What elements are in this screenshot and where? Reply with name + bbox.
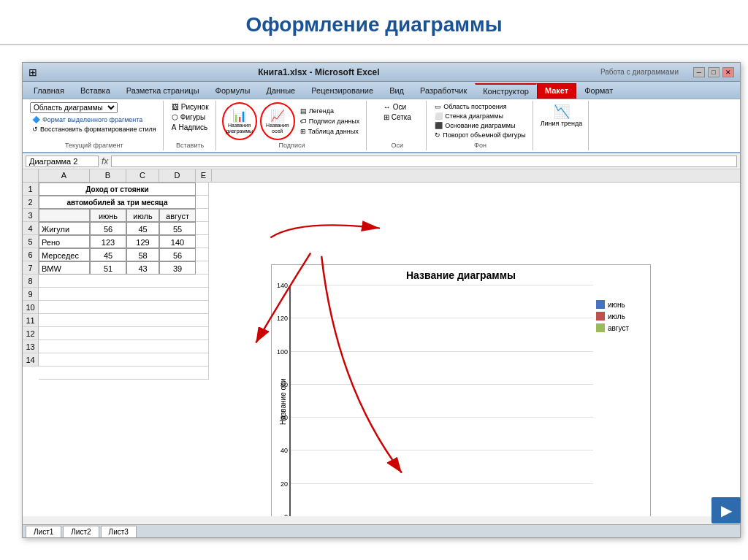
cell-d2[interactable]: август [159,209,196,222]
osnovanie-btn[interactable]: ⬛ Основание диаграммы [432,121,527,130]
tab-format[interactable]: Формат [576,83,621,99]
corner-header [23,169,39,182]
setka-icon: ⊞ [383,113,389,121]
tab-glavnaya[interactable]: Главная [26,83,72,99]
cell-e1b[interactable] [196,196,209,209]
tab-dannye[interactable]: Данные [258,83,303,99]
cell-a2[interactable] [39,209,90,222]
cell-empty9[interactable] [39,301,209,314]
figury-btn[interactable]: ⬡ Фигуры [169,112,211,122]
sheet-tab-3[interactable]: Лист3 [101,526,137,537]
rn-3: 3 [23,209,39,222]
cell-d3[interactable]: 55 [159,222,196,235]
format-vyd-btn[interactable]: 🔷 Формат выделенного фрагмента [30,115,159,124]
tab-vstavka[interactable]: Вставка [72,83,118,99]
osi-btn[interactable]: ↔ Оси [381,102,413,112]
cell-b4[interactable]: 123 [90,235,126,248]
cell-empty14[interactable] [39,367,209,380]
rn-14: 14 [23,353,39,367]
cell-c6[interactable]: 43 [126,261,159,275]
tablica-dannych-btn[interactable]: ⊞ Таблица данных [298,127,362,136]
cell-empty8[interactable] [39,288,209,301]
minimize-btn[interactable]: ─ [693,67,705,77]
oblast-postr-btn[interactable]: ▭ Область построения [432,102,527,111]
sheet-tabs: Лист1 Лист2 Лист3 [23,524,740,537]
cell-a6[interactable]: BMW [39,261,90,275]
tab-formuly[interactable]: Формулы [207,83,259,99]
row-4: Рено 123 129 140 [39,235,740,248]
cell-e2[interactable] [196,209,209,222]
group-linia: 📉 Линия тренда [535,101,589,150]
cell-empty13[interactable] [39,353,209,367]
cell-c5[interactable]: 58 [126,248,159,261]
title-cell-1[interactable]: Доход от стоянки [39,183,196,196]
nazv-diagrammy-btn[interactable]: 📊 Названиядиаграммы [222,102,257,140]
nav-arrow[interactable]: ▶ [711,497,741,523]
cell-e4[interactable] [196,235,209,248]
cell-b5[interactable]: 45 [90,248,126,261]
name-box[interactable] [26,156,99,167]
cell-d5[interactable]: 56 [159,248,196,261]
cell-e5[interactable] [196,248,209,261]
vosstanovit-label: Восстановить форматирование стиля [40,126,156,133]
cell-c2[interactable]: июль [126,209,159,222]
tick-40: 40 [280,447,288,454]
title-bar-text: Книга1.xlsx - Microsoft Excel [37,67,600,77]
cell-a3[interactable]: Жигули [39,222,90,235]
work-label: Работа с диаграммами [600,68,679,76]
cell-e3[interactable] [196,222,209,235]
risunok-btn[interactable]: 🖼 Рисунок [169,102,211,112]
cell-a4[interactable]: Рено [39,235,90,248]
stenka-btn[interactable]: ⬜ Стенка диаграммы [432,112,527,120]
vosstanovit-icon: ↺ [32,126,38,133]
nazv-osey-btn[interactable]: 📈 Названияосей [260,102,295,140]
gridline-20: 20 [291,483,593,484]
ribbon: Главная Вставка Разметка страницы Формул… [23,82,740,153]
window-controls[interactable]: ─ □ ✕ [693,67,734,77]
tab-maket[interactable]: Макет [537,83,576,99]
cell-d4[interactable]: 140 [159,235,196,248]
cell-empty7[interactable] [39,275,209,288]
cell-b3[interactable]: 56 [90,222,126,235]
povorot-btn[interactable]: ↻ Поворот объемной фигуры [432,131,527,139]
title-cell-2[interactable]: автомобилей за три месяца [39,196,196,209]
cell-b2[interactable]: июнь [90,209,126,222]
nav-arrow-icon: ▶ [721,502,732,519]
cell-e1[interactable] [196,183,209,196]
cell-c3[interactable]: 45 [126,222,159,235]
cell-empty11[interactable] [39,327,209,340]
vosstanovit-btn[interactable]: ↺ Восстановить форматирование стиля [30,125,159,134]
linia-trenda-btn[interactable]: 📉 Линия тренда [539,102,584,129]
rn-10: 10 [23,301,39,314]
col-a-header: A [39,169,90,182]
sheet-tab-1[interactable]: Лист1 [26,526,61,537]
cell-empty12[interactable] [39,340,209,353]
sheet-tab-2[interactable]: Лист2 [63,526,99,537]
oblast-p-icon: ▭ [435,103,441,110]
tab-konstruktor[interactable]: Конструктор [475,83,537,99]
cell-b6[interactable]: 51 [90,261,126,275]
oblast-select[interactable]: Область диаграммы [30,102,118,113]
cell-a5[interactable]: Мерседес [39,248,90,261]
group-podpisi: 📊 Названиядиаграммы 📈 Названияосей ▤ Лег… [218,101,367,150]
chart-area[interactable]: Название диаграммы Название оси 0 20 40 [271,264,651,516]
close-btn[interactable]: ✕ [722,67,734,77]
legenda-btn[interactable]: ▤ Легенда [298,107,362,115]
legend-color-aug [596,323,605,332]
maximize-btn[interactable]: □ [708,67,720,77]
cell-e6[interactable] [196,261,209,275]
tab-recenz[interactable]: Рецензирование [303,83,381,99]
tab-vid[interactable]: Вид [381,83,412,99]
tab-razrab[interactable]: Разработчик [412,83,475,99]
setka-btn[interactable]: ⊞ Сетка [381,112,413,122]
cell-d6[interactable]: 39 [159,261,196,275]
col-c-header: C [126,169,159,182]
nadpis-btn[interactable]: A Надпись [169,123,211,132]
cell-empty10[interactable] [39,314,209,327]
formula-input[interactable] [111,156,737,167]
group-osi: ↔ Оси ⊞ Сетка Оси [368,101,427,150]
cell-c4[interactable]: 129 [126,235,159,248]
tab-razmetka[interactable]: Разметка страницы [118,83,207,99]
podpisi-dannych-btn[interactable]: 🏷 Подписи данных [298,117,362,126]
col-e-header: E [196,169,212,182]
